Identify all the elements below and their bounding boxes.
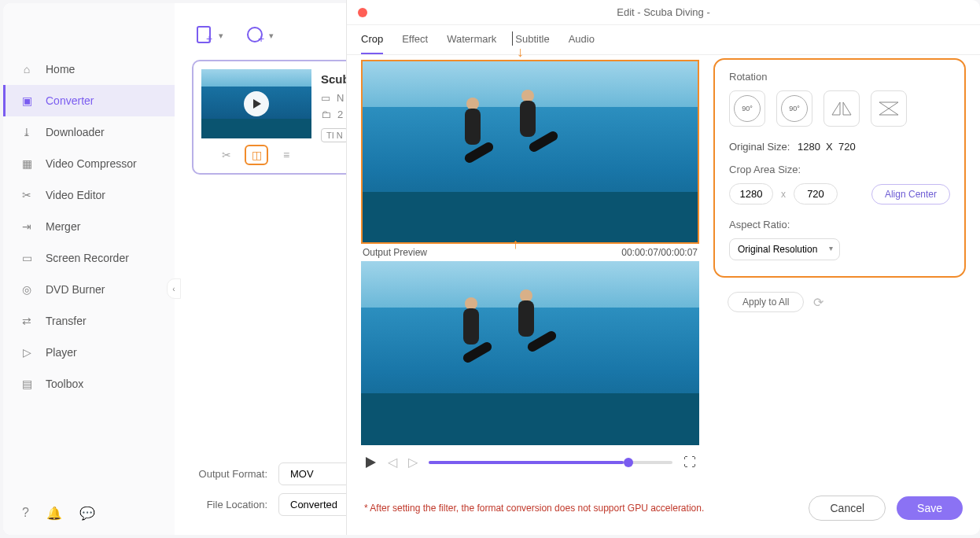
rotate-ccw-button[interactable]: 90° xyxy=(729,90,765,127)
cancel-button[interactable]: Cancel xyxy=(809,496,886,521)
crop-tool[interactable]: ◫ xyxy=(245,145,268,165)
edit-window-title: Edit - Scuba Diving - xyxy=(617,6,710,18)
sidebar: ⌂ Home ▣ Converter ⤓ Downloader ▦ Video … xyxy=(3,3,175,535)
original-size-label: Original Size: xyxy=(729,141,790,153)
svg-marker-4 xyxy=(253,99,261,109)
crop-height-input[interactable]: 720 xyxy=(794,183,838,205)
svg-marker-5 xyxy=(366,457,376,468)
sidebar-item-converter[interactable]: ▣ Converter xyxy=(3,85,175,116)
edit-footer: * After setting the filter, the format c… xyxy=(347,486,980,535)
svg-marker-8 xyxy=(879,102,898,109)
arrow-down-icon: ↓ xyxy=(517,44,524,61)
output-format-label: Output Format: xyxy=(192,468,267,480)
edit-titlebar: Edit - Scuba Diving - xyxy=(347,0,980,25)
arrow-up-icon: ↑ xyxy=(512,236,519,252)
add-file-button[interactable]: + ▾ xyxy=(195,25,223,46)
home-icon: ⌂ xyxy=(19,61,35,77)
edit-tabs: Crop Effect Watermark Subtitle Audio ↓ xyxy=(347,25,980,55)
tab-audio[interactable]: Audio xyxy=(569,33,595,54)
toolbox-icon: ▤ xyxy=(19,376,35,392)
refresh-icon[interactable]: ⟳ xyxy=(813,295,823,310)
sidebar-item-label: Video Editor xyxy=(46,189,105,201)
sidebar-item-label: Merger xyxy=(46,220,80,233)
seek-bar[interactable] xyxy=(429,461,672,464)
sidebar-item-label: DVD Burner xyxy=(46,283,105,296)
svg-marker-7 xyxy=(843,102,851,115)
rotation-panel: Rotation 90° 90° Original Size: 1280 X 7… xyxy=(713,58,966,278)
sidebar-footer: ? 🔔 💬 xyxy=(3,492,175,535)
preview-column: ↑ Output Preview 00:00:07/00:00:07 ◁ ▷ ⛶ xyxy=(361,55,699,486)
flip-horizontal-button[interactable] xyxy=(823,90,860,127)
add-url-button[interactable]: + ▾ xyxy=(245,25,274,46)
sidebar-item-recorder[interactable]: ▭ Screen Recorder xyxy=(3,242,175,274)
aspect-ratio-select[interactable]: Original Resolution xyxy=(729,238,840,260)
flip-vertical-button[interactable] xyxy=(871,90,907,127)
player-icon: ▷ xyxy=(19,345,35,360)
svg-text:+: + xyxy=(258,32,264,45)
download-icon: ⤓ xyxy=(19,124,35,140)
help-icon[interactable]: ? xyxy=(22,506,29,521)
thumb-tools: ✂ ◫ ≡ xyxy=(215,145,298,165)
sidebar-item-label: Converter xyxy=(46,94,94,107)
sidebar-item-editor[interactable]: ✂ Video Editor xyxy=(3,179,175,211)
fullscreen-icon[interactable]: ⛶ xyxy=(683,455,696,470)
video-thumbnail[interactable] xyxy=(201,69,311,138)
sidebar-item-toolbox[interactable]: ▤ Toolbox xyxy=(3,368,175,400)
sidebar-item-downloader[interactable]: ⤓ Downloader xyxy=(3,116,175,148)
compress-icon: ▦ xyxy=(19,156,35,171)
svg-marker-6 xyxy=(832,102,840,115)
trim-tool[interactable]: ✂ xyxy=(215,145,238,165)
prev-frame-button[interactable]: ◁ xyxy=(388,455,397,470)
sidebar-item-label: Player xyxy=(46,346,77,359)
gpu-warning: * After setting the filter, the format c… xyxy=(364,503,704,514)
next-frame-button[interactable]: ▷ xyxy=(408,455,418,470)
sidebar-item-transfer[interactable]: ⇄ Transfer xyxy=(3,305,175,337)
sidebar-item-label: Toolbox xyxy=(46,378,83,390)
bell-icon[interactable]: 🔔 xyxy=(46,506,62,521)
tab-watermark[interactable]: Watermark xyxy=(447,33,496,54)
play-button[interactable] xyxy=(364,456,377,469)
aspect-ratio-label: Aspect Ratio: xyxy=(729,219,950,230)
sidebar-item-label: Transfer xyxy=(46,315,87,327)
align-center-button[interactable]: Align Center xyxy=(871,184,950,205)
settings-column: Rotation 90° 90° Original Size: 1280 X 7… xyxy=(713,55,966,486)
crop-area-label: Crop Area Size: xyxy=(729,164,950,175)
sidebar-item-home[interactable]: ⌂ Home xyxy=(3,53,175,85)
dvd-icon: ◎ xyxy=(19,282,35,297)
sidebar-item-label: Home xyxy=(46,63,75,76)
format-badge[interactable]: TI N xyxy=(321,128,348,142)
output-preview-label: Output Preview xyxy=(363,247,427,258)
crop-frame[interactable] xyxy=(361,60,699,244)
scissors-icon: ✂ xyxy=(19,187,35,203)
sidebar-item-label: Downloader xyxy=(46,126,105,138)
tab-effect[interactable]: Effect xyxy=(402,33,428,54)
sidebar-item-merger[interactable]: ⇥ Merger xyxy=(3,211,175,242)
settings-tool[interactable]: ≡ xyxy=(274,145,298,165)
sidebar-item-compressor[interactable]: ▦ Video Compressor xyxy=(3,148,175,179)
sidebar-item-label: Screen Recorder xyxy=(46,252,129,264)
sidebar-collapse[interactable]: ‹ xyxy=(167,278,181,299)
time-display: 00:00:07/00:00:07 xyxy=(621,247,698,258)
video-controls: ◁ ▷ ⛶ xyxy=(361,445,699,479)
recorder-icon: ▭ xyxy=(19,250,35,266)
rotate-cw-button[interactable]: 90° xyxy=(776,90,812,127)
svg-marker-9 xyxy=(879,109,898,115)
sidebar-item-player[interactable]: ▷ Player xyxy=(3,337,175,368)
rotation-label: Rotation xyxy=(729,71,950,83)
sidebar-item-label: Video Compressor xyxy=(46,157,137,170)
folder-icon: 🗀 xyxy=(321,109,331,120)
converter-icon: ▣ xyxy=(19,93,35,109)
save-button[interactable]: Save xyxy=(897,496,963,520)
x-separator: x xyxy=(781,189,786,200)
apply-all-button[interactable]: Apply to All xyxy=(728,292,804,312)
chat-icon[interactable]: 💬 xyxy=(79,506,95,521)
close-icon[interactable] xyxy=(358,8,367,17)
film-icon: ▭ xyxy=(321,92,330,104)
sidebar-item-dvd[interactable]: ◎ DVD Burner xyxy=(3,274,175,305)
text-caret xyxy=(512,31,513,46)
tab-crop[interactable]: Crop xyxy=(361,33,383,54)
crop-width-input[interactable]: 1280 xyxy=(729,183,773,205)
play-icon[interactable] xyxy=(244,91,269,116)
merge-icon: ⇥ xyxy=(19,219,35,234)
svg-text:+: + xyxy=(206,32,212,45)
